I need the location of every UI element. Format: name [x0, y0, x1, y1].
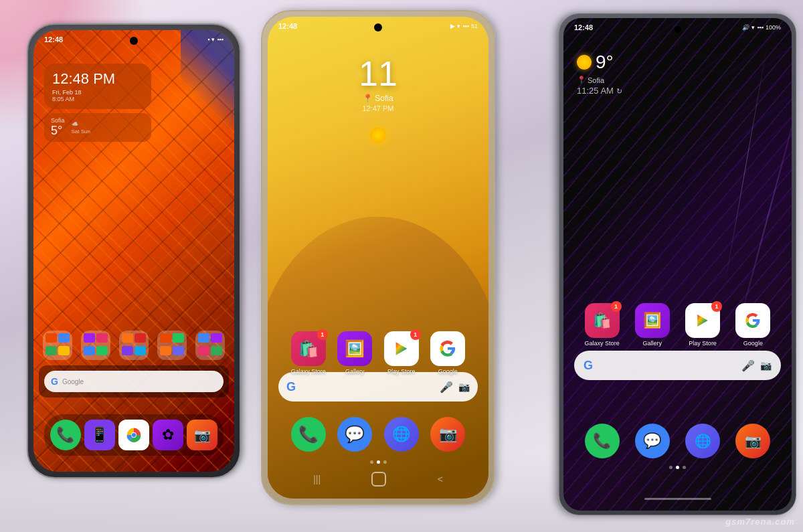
center-messages[interactable]: 💬 [335, 417, 376, 452]
phone-right-screen: 12:48 🔊 ▾ ▪▪▪ 100% 9° [563, 18, 792, 511]
center-lens-icon[interactable]: 📷 [458, 381, 470, 392]
right-lens-icon[interactable]: 📷 [760, 360, 772, 371]
right-gallery-icon[interactable]: 🖼️ [635, 303, 670, 338]
right-weather-icon [577, 55, 592, 70]
play-store-badge: 1 [410, 329, 421, 340]
right-vol-down[interactable] [559, 128, 559, 148]
phone-left-clock-date: Fri, Feb 18 [52, 89, 143, 96]
right-dot-3 [683, 466, 686, 469]
right-phone-icon[interactable]: 📞 [585, 424, 620, 458]
scene: 12:48 ▪ ▾ ▪▪▪ 12:48 PM Fri, Feb 18 8:05 … [0, 0, 803, 532]
nav-recents[interactable]: ||| [313, 474, 321, 484]
center-page-dots [268, 460, 488, 464]
right-play-store-badge: 1 [711, 301, 722, 312]
galaxy-store-icon[interactable]: 🛍️ 1 [291, 331, 326, 366]
right-gallery[interactable]: 🖼️ Gallery [630, 303, 674, 347]
center-phone[interactable]: 📞 [288, 417, 329, 452]
center-notif-icon: ▶ [450, 23, 455, 29]
center-galaxy-store[interactable]: 🛍️ 1 Galaxy Store [288, 331, 329, 375]
right-internet[interactable]: 🌐 [681, 424, 725, 458]
folder-3[interactable] [119, 331, 149, 360]
dock-chrome-icon[interactable] [118, 420, 149, 450]
power-button[interactable] [240, 118, 241, 152]
phone-left-signal-icon: ▪▪▪ [217, 36, 224, 43]
camera-icon[interactable]: 📷 [430, 417, 465, 452]
right-battery: 100% [766, 24, 781, 31]
phone-center: 12:48 ▶ ▾ ▪▪▪ 51 11 📍 Sofia [261, 10, 495, 505]
right-play-store-icon[interactable]: 1 [685, 303, 720, 338]
nav-pill[interactable] [644, 498, 711, 500]
center-play-store[interactable]: 1 Play Store [381, 331, 422, 375]
google-icon[interactable] [430, 331, 465, 366]
center-internet[interactable]: 🌐 [381, 417, 422, 452]
phone-right-app-row-2: 📞 💬 🌐 📷 [580, 424, 775, 458]
phone-left-google-widget[interactable]: G Google [39, 365, 229, 397]
center-google[interactable]: Google [428, 331, 469, 375]
phone-right-camera [675, 26, 681, 33]
right-sync-icon: ↻ [616, 87, 622, 95]
right-power[interactable] [796, 114, 796, 151]
svg-marker-3 [395, 342, 407, 355]
phone-left-dock: 📞 📱 ✿ 📷 [44, 414, 224, 456]
phone-center-app-row-2: 📞 💬 🌐 📷 [288, 417, 468, 452]
folder-4[interactable] [157, 331, 187, 360]
dock-flowers-icon[interactable]: ✿ [153, 420, 183, 450]
gallery-icon[interactable]: 🖼️ [337, 331, 372, 366]
galaxy-store-badge: 1 [317, 329, 328, 340]
nav-home[interactable] [371, 472, 386, 486]
right-google-g: G [584, 359, 593, 373]
center-gallery[interactable]: 🖼️ Gallery [335, 331, 376, 375]
folder-2[interactable] [81, 331, 110, 360]
right-messages-icon[interactable]: 💬 [635, 424, 670, 458]
nav-back[interactable]: < [438, 474, 443, 484]
folder-5[interactable] [195, 331, 225, 360]
volume-up-button[interactable] [27, 105, 28, 124]
right-google-icon[interactable] [735, 303, 770, 338]
right-google[interactable]: Google [731, 303, 775, 347]
phone-left-clock-time: 12:48 PM [52, 70, 143, 88]
svg-point-2 [132, 433, 136, 437]
phone-left-weather-icon: ☁️ [72, 121, 90, 127]
right-galaxy-store-icon[interactable]: 🛍️ 1 [585, 303, 620, 338]
right-messages[interactable]: 💬 [630, 424, 674, 458]
phone-center-time: 12:48 [278, 22, 297, 30]
play-store-icon[interactable]: 1 [384, 331, 419, 366]
center-clock-time: 11 [268, 54, 488, 94]
right-play-store-svg [694, 312, 711, 329]
play-store-svg [392, 339, 411, 358]
phone-right-search-bar[interactable]: G 🎤 📷 [574, 351, 781, 380]
svg-marker-4 [697, 315, 708, 327]
internet-icon[interactable]: 🌐 [384, 417, 419, 452]
right-play-store-label: Play Store [689, 340, 717, 347]
right-location-pin: 📍 [577, 76, 586, 84]
phone-left-alarm: 8:05 AM [52, 96, 143, 102]
right-google-label: Google [743, 340, 763, 347]
dock-phone-icon[interactable]: 📞 [50, 420, 81, 450]
center-mic-icon[interactable]: 🎤 [440, 381, 453, 393]
right-internet-icon[interactable]: 🌐 [685, 424, 720, 458]
phone-center-search-bar[interactable]: G 🎤 📷 [278, 372, 478, 402]
right-mic-icon[interactable]: 🎤 [741, 359, 755, 372]
watermark: gsm7rena.com [725, 517, 795, 527]
right-dot-2 [676, 466, 679, 469]
folder-1[interactable] [43, 331, 72, 360]
right-galaxy-store[interactable]: 🛍️ 1 Galaxy Store [580, 303, 624, 347]
right-phone[interactable]: 📞 [580, 424, 624, 458]
google-svg [438, 339, 457, 358]
phone-center-body: 12:48 ▶ ▾ ▪▪▪ 51 11 📍 Sofia [261, 10, 495, 505]
location-pin-icon: 📍 [363, 94, 373, 103]
messages-icon[interactable]: 💬 [337, 417, 372, 452]
dock-camera-icon[interactable]: 📷 [187, 420, 217, 450]
right-dot-1 [669, 466, 673, 469]
right-camera-icon[interactable]: 📷 [735, 424, 770, 458]
right-vol-up[interactable] [559, 101, 559, 121]
phone-icon[interactable]: 📞 [291, 417, 326, 452]
right-location-widget: 📍 Sofia [577, 76, 622, 84]
right-camera[interactable]: 📷 [731, 424, 775, 458]
volume-down-button[interactable] [27, 128, 28, 147]
dock-viber-icon[interactable]: 📱 [84, 420, 115, 450]
right-play-store[interactable]: 1 Play Store [681, 303, 725, 347]
dot-1 [370, 460, 373, 464]
phone-left-weather-city: Sofia [51, 117, 65, 124]
center-camera[interactable]: 📷 [428, 417, 469, 452]
